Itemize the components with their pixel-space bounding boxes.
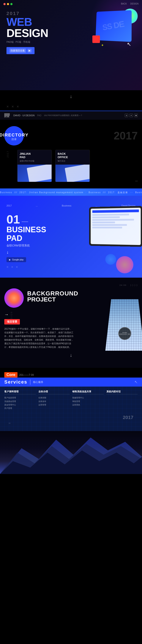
marquee-text: Business /// 2017: Jinlian Background ma… bbox=[0, 191, 142, 194]
nav-back[interactable]: BACK bbox=[121, 2, 127, 5]
col1-item2: 充值基金管理 bbox=[4, 400, 36, 403]
services-title: Services bbox=[4, 379, 27, 385]
tablet-screen bbox=[91, 208, 141, 245]
card-backoffice-img bbox=[55, 164, 90, 182]
david-bar: DAVID · UI DESIGN PAD 2017年针对机构平台插图项目, 此… bbox=[0, 111, 142, 120]
google-play-label: Google play bbox=[12, 258, 24, 261]
badge-text: OUND ONBOARD ING bbox=[119, 332, 131, 336]
col3-item3: 运营系统 bbox=[72, 403, 104, 406]
nav-design[interactable]: DESIGN bbox=[130, 2, 138, 5]
tablet-content bbox=[91, 208, 141, 230]
david-tag: PAD bbox=[37, 114, 41, 117]
card-backoffice-header: BACKOFFICE 银行后台 bbox=[55, 150, 90, 164]
dot-yellow bbox=[7, 3, 9, 5]
hero-web: WEB bbox=[7, 16, 48, 28]
tablet-row-3 bbox=[92, 219, 134, 221]
col2-title: 业务办理 bbox=[38, 390, 70, 394]
barcode-icon bbox=[4, 113, 11, 118]
services-table: 客户资料管理 客户信息管理 充值基金管理 基金管理中心 开户管理 业务办理 任务… bbox=[0, 386, 142, 431]
biz-arrow: ↓ bbox=[7, 250, 135, 255]
red-rect bbox=[92, 36, 100, 43]
col3-item1: 客服管理中心 bbox=[72, 396, 104, 400]
play-triangle-icon: ▶ bbox=[9, 258, 11, 261]
card-jinlian-header: JINLIANPAD 金联CRM PAD端 bbox=[18, 150, 52, 164]
david-desc: 2017年针对机构平台插图项目, 此前雅里—？ bbox=[44, 114, 122, 117]
portfolio-label: 自媒项目合集 bbox=[10, 48, 26, 53]
cursor-pointer-icon[interactable]: ↖ bbox=[134, 380, 138, 384]
tablet-row-5 bbox=[92, 224, 127, 226]
col1-title: 客户资料管理 bbox=[4, 390, 36, 394]
col2-item3: 运营管理 bbox=[38, 403, 70, 406]
portfolio-button[interactable]: 自媒项目合集 ▶ bbox=[7, 47, 35, 54]
card-img-inner-1 bbox=[27, 164, 52, 182]
quote-bottom: " bbox=[4, 422, 138, 428]
year-2017-bottom: 2017 bbox=[118, 414, 138, 422]
cards-row: JINLIANPAD 金联CRM PAD端 BACKOFFICE 银行后台 bbox=[4, 150, 138, 182]
table-col-2: 业务办理 任务排期 业务发布 运营管理 bbox=[38, 390, 70, 410]
card-backoffice-cn: 银行后台 bbox=[58, 160, 87, 162]
dir-title: DIRECTORY bbox=[0, 132, 29, 138]
david-icons: ⊙ ≡ ⊠ bbox=[125, 114, 138, 117]
mountain-section bbox=[0, 431, 142, 474]
col3-item2: 审批管理 bbox=[72, 400, 104, 403]
table-col-1: 客户资料管理 客户信息管理 充值基金管理 基金管理中心 开户管理 bbox=[4, 390, 36, 410]
biz-nav-business: Business bbox=[62, 204, 72, 207]
table-footer: 2017 bbox=[4, 414, 138, 422]
bg-title-block: BACKGRROUND PROJECT bbox=[27, 288, 78, 302]
star-shapes: ✦ bbox=[101, 43, 104, 47]
col4-title: 系统内部对话 bbox=[106, 390, 138, 394]
table-col-3: 销售系统信息共享 客服管理中心 审批管理 运营系统 bbox=[72, 390, 104, 410]
card-jinlian-img bbox=[18, 164, 52, 182]
card-backoffice-title: BACKOFFICE bbox=[58, 152, 87, 159]
david-icon-3[interactable]: ⊠ bbox=[134, 114, 138, 117]
services-divider bbox=[30, 380, 30, 385]
col1-item1: 客户信息管理 bbox=[4, 396, 36, 400]
col2-item2: 业务发布 bbox=[38, 400, 70, 403]
david-icon-1[interactable]: ⊙ bbox=[125, 114, 128, 117]
year-strip-dir: 2017 bbox=[7, 151, 9, 158]
core-label: Core bbox=[4, 372, 18, 378]
card-backoffice[interactable]: BACKOFFICE 银行后台 bbox=[55, 150, 90, 182]
directory-circle: · · · · DIRECTORY 目录 bbox=[4, 126, 24, 146]
biz-nav-dots1: ... bbox=[36, 204, 38, 207]
gradient-orb-lg bbox=[4, 288, 24, 308]
directory-section: 2017 · · · · DIRECTORY 目录 2017 " JINLIAN… bbox=[0, 120, 142, 188]
browser-blue: SS DE bbox=[96, 10, 132, 42]
down-arrow-1: ↓ bbox=[0, 90, 142, 103]
card-jinlian-cn: 金联CRM PAD端 bbox=[20, 160, 49, 162]
bg-title2: PROJECT bbox=[27, 296, 78, 302]
year-2017-dir: 2017 bbox=[114, 130, 138, 142]
xxx-text-1: × × × bbox=[0, 103, 142, 111]
biz-nav-year: 2017 bbox=[7, 204, 12, 207]
bg-project-section: 2017 · DESIGN 24:00 ) ) ) } BACKGRROUND … bbox=[0, 278, 142, 368]
david-icon-2[interactable]: ≡ bbox=[129, 114, 133, 117]
col3-title: 销售系统信息共享 bbox=[72, 390, 104, 394]
tablet-header-bar bbox=[92, 210, 139, 213]
col2-item1: 任务排期 bbox=[38, 396, 70, 400]
side-design-text: 2017 · DESIGN bbox=[10, 311, 13, 334]
browser-mockup: SS DE ↖ ✦ bbox=[90, 8, 138, 52]
hero-text: 2017 WEB DESIGN PAD端 · PC端 · 手机端 自媒项目合集 … bbox=[7, 11, 48, 54]
circular-badge: OUND ONBOARD ING bbox=[118, 327, 131, 340]
biz-number: 01 bbox=[7, 214, 20, 226]
window-dots bbox=[4, 3, 13, 5]
play-icon: ▶ bbox=[28, 49, 32, 52]
col1-item3: 基金管理中心 bbox=[4, 403, 36, 406]
dir-dots: · · · · bbox=[12, 131, 17, 132]
cursor-icon: ↖ bbox=[127, 41, 131, 47]
tablet-row-1 bbox=[92, 214, 129, 216]
mountain-svg bbox=[0, 431, 142, 474]
proj-bg-text: 2017年接到一个平台项目，该银行对标整个一下，各地银行运行运营，但这家银行在这… bbox=[4, 327, 73, 349]
tablet-row-2 bbox=[92, 216, 120, 218]
building-grid bbox=[105, 299, 142, 351]
tablet-outer bbox=[89, 206, 142, 247]
services-header: Services 核心服务 ↖ bbox=[0, 378, 142, 386]
card-jinlian[interactable]: JINLIANPAD 金联CRM PAD端 bbox=[17, 150, 52, 182]
david-name: DAVID · UI DESIGN bbox=[13, 114, 35, 117]
card-jinlian-title: JINLIANPAD bbox=[20, 152, 49, 159]
google-play-button[interactable]: ▶ Google play bbox=[7, 257, 26, 262]
nav-links: BACK DESIGN bbox=[121, 2, 138, 5]
core-section: Core 201——7 09 Services 核心服务 ↖ 客户资料管理 客户… bbox=[0, 368, 142, 431]
hero-subtitle: PAD端 · PC端 · 手机端 bbox=[7, 40, 48, 44]
core-date: 201——7 09 bbox=[19, 374, 34, 376]
